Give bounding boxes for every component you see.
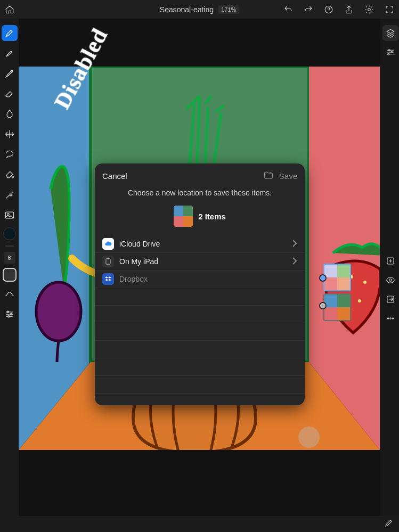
more-icon[interactable] <box>382 310 398 326</box>
tool-brush-settings[interactable] <box>2 306 18 322</box>
tool-fill[interactable] <box>2 167 18 183</box>
rail-separator <box>5 245 14 247</box>
list-row-empty: . <box>95 323 305 341</box>
svg-point-28 <box>389 318 390 319</box>
brush-size-chip[interactable]: 6 <box>4 252 15 264</box>
svg-point-16 <box>363 281 367 284</box>
import-to-layer-icon[interactable] <box>382 291 398 307</box>
touch-indicator <box>298 427 320 448</box>
add-layer-icon[interactable] <box>382 253 398 269</box>
chevron-right-icon <box>292 257 297 267</box>
items-preview: 2 Items <box>95 206 305 227</box>
svg-point-18 <box>358 299 361 302</box>
tool-ink-brush[interactable] <box>2 45 18 61</box>
items-thumb-icon <box>174 206 193 227</box>
list-row-empty: . <box>95 306 305 323</box>
location-label: iCloud Drive <box>119 240 160 248</box>
location-row-ipad[interactable]: On My iPad <box>95 253 305 271</box>
document-title: Seasonal-eating <box>160 5 214 14</box>
list-row-empty: . <box>95 394 305 405</box>
top-bar: Seasonal-eating 171% <box>0 0 399 19</box>
list-row-empty: . <box>95 358 305 376</box>
svg-point-1 <box>368 8 371 11</box>
right-rail <box>381 19 399 532</box>
reference-handle-icon[interactable] <box>319 302 327 309</box>
location-list: iCloud Drive On My iPad Dropbox . . . . … <box>95 235 305 405</box>
redo-icon[interactable] <box>303 4 314 15</box>
svg-point-27 <box>387 318 388 319</box>
svg-point-13 <box>36 282 81 341</box>
workspace: 6 <box>0 19 399 532</box>
tool-smudge[interactable] <box>2 106 18 122</box>
save-location-sheet: Cancel Save Choose a new location to sav… <box>95 163 305 405</box>
location-label: Dropbox <box>119 275 148 283</box>
tool-transform[interactable] <box>2 126 18 142</box>
fullscreen-icon[interactable] <box>384 4 395 15</box>
reference-thumb-1[interactable] <box>323 264 351 291</box>
tool-eraser[interactable] <box>2 86 18 102</box>
list-row-empty: . <box>95 376 305 394</box>
gear-icon[interactable] <box>364 4 374 15</box>
zoom-badge[interactable]: 171% <box>218 5 239 14</box>
svg-point-3 <box>12 176 13 178</box>
items-count: 2 Items <box>198 212 226 221</box>
tool-eyedropper[interactable] <box>2 187 18 203</box>
list-row-empty: . <box>95 341 305 358</box>
tool-rail: 6 <box>0 19 19 532</box>
save-button: Save <box>279 171 297 181</box>
bottom-bar <box>19 516 399 532</box>
icloud-icon <box>102 238 114 250</box>
color-chip[interactable] <box>3 227 16 240</box>
reference-thumb-2[interactable] <box>323 293 351 321</box>
reference-strip[interactable] <box>323 264 351 321</box>
ipad-icon <box>102 256 114 267</box>
brush-shape-preview[interactable] <box>3 268 17 282</box>
svg-point-25 <box>389 279 392 282</box>
tool-lasso[interactable] <box>2 146 18 162</box>
tool-flow-curve[interactable] <box>2 286 18 302</box>
dropbox-icon <box>102 273 114 285</box>
svg-point-29 <box>392 318 393 319</box>
layers-panel-icon[interactable] <box>382 25 398 41</box>
undo-icon[interactable] <box>283 4 294 15</box>
edit-icon[interactable] <box>384 518 394 530</box>
location-row-dropbox[interactable]: Dropbox <box>95 271 305 288</box>
sheet-subtitle: Choose a new location to save these item… <box>95 189 305 202</box>
reference-handle-icon[interactable] <box>319 274 327 282</box>
tool-sketch-brush[interactable] <box>2 25 18 41</box>
location-label: On My iPad <box>119 257 158 266</box>
share-icon[interactable] <box>344 4 354 15</box>
tool-watercolor-brush[interactable] <box>2 66 18 81</box>
location-row-icloud[interactable]: iCloud Drive <box>95 235 305 253</box>
home-icon[interactable] <box>4 4 15 15</box>
help-icon[interactable] <box>323 4 334 15</box>
visibility-icon[interactable] <box>382 272 398 288</box>
new-folder-icon <box>263 170 274 182</box>
tool-image[interactable] <box>2 207 18 223</box>
chevron-right-icon <box>292 239 297 249</box>
adjustments-icon[interactable] <box>382 44 398 60</box>
list-row-empty: . <box>95 288 305 306</box>
svg-point-31 <box>108 264 109 264</box>
cancel-button[interactable]: Cancel <box>102 171 127 181</box>
